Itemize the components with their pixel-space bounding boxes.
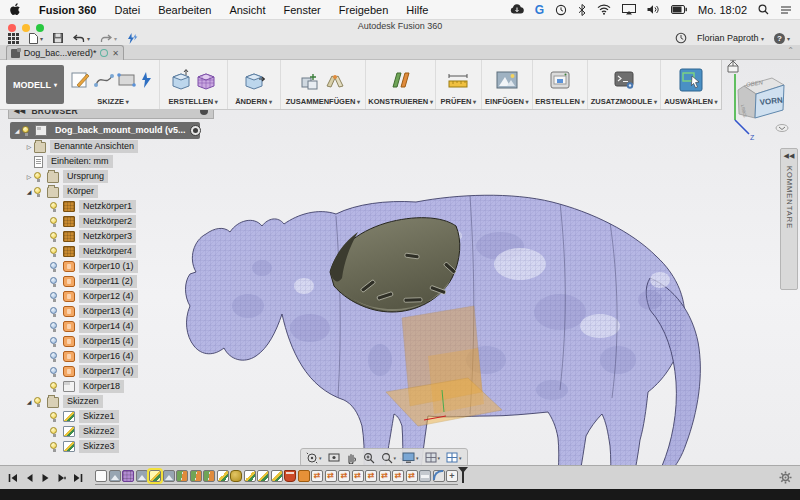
- spline-icon[interactable]: [94, 71, 114, 89]
- browser-item[interactable]: Körper14 (4): [40, 319, 214, 334]
- item-label[interactable]: Benannte Ansichten: [50, 140, 138, 153]
- ribbon-group-label[interactable]: AUSWÄHLEN: [664, 97, 717, 106]
- browser-item-root[interactable]: Dog_back_mount_mould (v5...: [10, 122, 200, 139]
- browser-item[interactable]: Körper13 (4): [40, 304, 214, 319]
- render-capture-icon[interactable]: [549, 70, 571, 90]
- item-label[interactable]: Körper13 (4): [79, 305, 138, 318]
- item-label[interactable]: Ursprung: [63, 170, 108, 183]
- timeline-feature[interactable]: [217, 470, 229, 482]
- timeline-feature[interactable]: [392, 470, 404, 482]
- visibility-bulb-icon[interactable]: [50, 201, 59, 213]
- visibility-bulb-icon[interactable]: [22, 125, 31, 137]
- zoom-button[interactable]: [363, 452, 375, 464]
- item-label[interactable]: Netzkörper4: [79, 245, 136, 258]
- ribbon-group-label[interactable]: SKIZZE: [97, 97, 128, 106]
- volume-icon[interactable]: [647, 4, 660, 15]
- select-icon[interactable]: [679, 68, 703, 92]
- browser-item[interactable]: Netzkörper2: [40, 214, 214, 229]
- browser-item[interactable]: Körper17 (4): [40, 364, 214, 379]
- help-button[interactable]: ?▾: [774, 33, 790, 44]
- undo-button[interactable]: ▾: [73, 34, 90, 43]
- browser-item[interactable]: Skizze1: [40, 409, 214, 424]
- item-label[interactable]: Netzkörper1: [79, 200, 136, 213]
- close-window-button[interactable]: [8, 24, 16, 32]
- construction-plane-icon[interactable]: [389, 69, 413, 91]
- timeline-feature[interactable]: [311, 470, 323, 482]
- browser-item[interactable]: Netzkörper1: [40, 199, 214, 214]
- browser-item[interactable]: Körper15 (4): [40, 334, 214, 349]
- visibility-bulb-icon[interactable]: [50, 441, 59, 453]
- timeline-feature[interactable]: [284, 470, 296, 482]
- ribbon-group-label[interactable]: ERSTELLEN: [169, 97, 218, 106]
- grid-layout-button[interactable]: ▾: [425, 452, 441, 463]
- document-tab[interactable]: Dog_bac...vered)* ✕: [6, 45, 124, 60]
- timeline-feature[interactable]: [244, 470, 256, 482]
- job-status-button[interactable]: [127, 33, 138, 44]
- browser-item[interactable]: Benannte Ansichten: [24, 139, 214, 154]
- timeline-feature[interactable]: [149, 470, 161, 482]
- timeline-playhead[interactable]: [462, 467, 464, 483]
- viewcube[interactable]: Z VORN OBEN LINKS: [722, 58, 792, 144]
- disclosure-arrow-icon[interactable]: [24, 143, 34, 150]
- item-label[interactable]: Körper18: [79, 380, 124, 393]
- timeline-feature[interactable]: [352, 470, 364, 482]
- comments-panel-tab[interactable]: ◀◀ KOMMENTARE: [780, 148, 798, 290]
- timeline-feature[interactable]: [95, 470, 107, 482]
- timeline-feature[interactable]: [379, 470, 391, 482]
- browser-item[interactable]: Netzkörper4: [40, 244, 214, 259]
- addins-icon[interactable]: [613, 70, 635, 90]
- timeline-feature[interactable]: [406, 470, 418, 482]
- ribbon-group-label[interactable]: EINFÜGEN: [485, 97, 528, 106]
- browser-item[interactable]: Skizze2: [40, 424, 214, 439]
- item-label[interactable]: Skizzen: [63, 395, 103, 408]
- browser-item[interactable]: Körper16 (4): [40, 349, 214, 364]
- timeline-feature[interactable]: [203, 470, 215, 482]
- menu-datei[interactable]: Datei: [105, 4, 149, 16]
- menu-fusion360[interactable]: Fusion 360: [30, 4, 105, 16]
- visibility-bulb-icon[interactable]: [50, 276, 59, 288]
- item-label[interactable]: Skizze2: [79, 425, 119, 438]
- display-settings-button[interactable]: ▾: [402, 452, 419, 463]
- item-label[interactable]: Dog_back_mount_mould (v5...: [51, 124, 190, 137]
- menu-freigeben[interactable]: Freigeben: [330, 4, 398, 16]
- visibility-bulb-icon[interactable]: [50, 426, 59, 438]
- visibility-bulb-icon[interactable]: [50, 261, 59, 273]
- timeline-feature[interactable]: [419, 470, 431, 482]
- item-label[interactable]: Körper16 (4): [79, 350, 138, 363]
- item-label[interactable]: Netzkörper2: [79, 215, 136, 228]
- menu-bearbeiten[interactable]: Bearbeiten: [149, 4, 220, 16]
- browser-item[interactable]: Einheiten: mm: [24, 154, 214, 169]
- notification-list-icon[interactable]: [780, 5, 792, 15]
- timeline-feature[interactable]: [136, 470, 148, 482]
- go-to-start-button[interactable]: [8, 473, 18, 483]
- bluetooth-icon[interactable]: [578, 4, 586, 16]
- measure-icon[interactable]: [446, 70, 470, 90]
- browser-item[interactable]: Körper: [24, 184, 214, 199]
- viewports-button[interactable]: ▾: [446, 452, 462, 463]
- browser-item[interactable]: Netzkörper3: [40, 229, 214, 244]
- ribbon-group-label[interactable]: KONSTRUIEREN: [368, 97, 433, 106]
- item-label[interactable]: Netzkörper3: [79, 230, 136, 243]
- press-pull-icon[interactable]: [243, 69, 265, 91]
- browser-item[interactable]: Körper18: [40, 379, 214, 394]
- wifi-icon[interactable]: [597, 4, 611, 15]
- timeline-feature[interactable]: [163, 470, 175, 482]
- minimize-window-button[interactable]: [22, 24, 30, 32]
- browser-item[interactable]: Ursprung: [24, 169, 214, 184]
- visibility-bulb-icon[interactable]: [34, 396, 43, 408]
- visibility-bulb-icon[interactable]: [50, 411, 59, 423]
- visibility-bulb-icon[interactable]: [50, 291, 59, 303]
- workspace-selector-button[interactable]: MODELL: [6, 65, 64, 104]
- item-label[interactable]: Körper17 (4): [79, 365, 138, 378]
- visibility-bulb-icon[interactable]: [34, 186, 43, 198]
- mesh-create-icon[interactable]: [195, 69, 217, 91]
- new-body-icon[interactable]: [170, 69, 192, 91]
- item-label[interactable]: Einheiten: mm: [47, 155, 113, 168]
- step-back-button[interactable]: [25, 473, 34, 483]
- timeline-feature[interactable]: [257, 470, 269, 482]
- timeline-feature[interactable]: [325, 470, 337, 482]
- timeline-feature[interactable]: [298, 470, 310, 482]
- browser-item[interactable]: Körper10 (1): [40, 259, 214, 274]
- disclosure-arrow-icon[interactable]: [24, 398, 34, 405]
- visibility-bulb-icon[interactable]: [50, 351, 59, 363]
